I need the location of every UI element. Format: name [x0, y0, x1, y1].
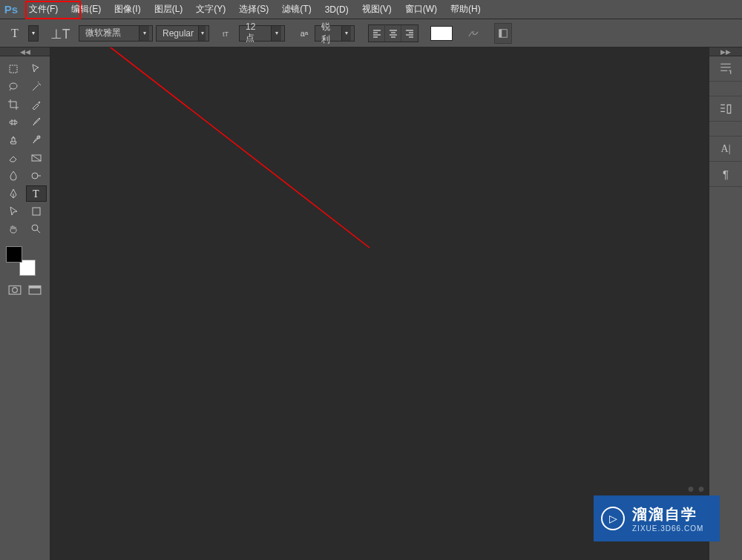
character-styles-panel-icon[interactable] — [709, 96, 742, 122]
magic-wand-tool[interactable] — [26, 79, 47, 95]
canvas-area[interactable] — [50, 47, 709, 560]
svg-point-13 — [32, 225, 38, 231]
toolbox-collapse-handle[interactable]: ◀◀ — [0, 47, 50, 56]
healing-brush-tool[interactable] — [3, 114, 24, 131]
menu-help[interactable]: 帮助(H) — [444, 0, 487, 19]
annotation-arrow — [50, 47, 718, 560]
shape-tool[interactable] — [26, 203, 47, 220]
quick-mask-button[interactable] — [6, 283, 24, 297]
font-family-dropdown[interactable]: 微软雅黑 ▾ — [79, 25, 153, 42]
svg-rect-4 — [499, 29, 502, 37]
right-panel-strip: ▶▶ A| ¶ — [709, 47, 742, 560]
watermark-url: ZIXUE.3D66.COM — [632, 524, 703, 533]
eraser-tool[interactable] — [3, 150, 24, 166]
svg-rect-5 — [10, 65, 17, 73]
menu-filter[interactable]: 滤镜(T) — [275, 0, 318, 19]
watermark-title: 溜溜自学 — [632, 504, 703, 524]
menu-3d[interactable]: 3D(D) — [318, 0, 355, 19]
history-brush-tool[interactable] — [26, 132, 47, 148]
paragraph-styles-panel-icon[interactable] — [709, 56, 742, 82]
text-align-group — [368, 24, 418, 42]
svg-rect-7 — [10, 121, 17, 124]
chevron-down-icon: ▾ — [271, 26, 281, 41]
crop-tool[interactable] — [3, 96, 24, 113]
menu-file[interactable]: 文件(F) — [22, 0, 65, 19]
type-tool[interactable]: T — [26, 185, 47, 202]
font-style-value: Regular — [162, 28, 194, 39]
orientation-toggle-icon[interactable]: ⊥T — [49, 23, 70, 44]
lasso-tool[interactable] — [3, 79, 24, 95]
options-bar: T ▾ ⊥T 微软雅黑 ▾ Regular ▾ tT 12 点 ▾ aa 锐利 … — [0, 19, 742, 47]
right-panel-collapse[interactable]: ▶▶ — [709, 47, 742, 56]
watermark-mascot-icon: ● ● — [687, 482, 705, 495]
clone-stamp-tool[interactable] — [3, 132, 24, 148]
hand-tool[interactable] — [3, 221, 24, 237]
character-panel-button[interactable] — [494, 23, 512, 44]
svg-rect-12 — [33, 208, 40, 215]
svg-rect-17 — [29, 286, 41, 288]
svg-text:⊥T: ⊥T — [50, 27, 70, 42]
toolbox-panel: ◀◀ T — [0, 47, 50, 560]
svg-text:tT: tT — [223, 30, 229, 38]
text-color-swatch[interactable] — [430, 26, 453, 41]
chevron-down-icon: ▾ — [198, 26, 206, 41]
path-selection-tool[interactable] — [3, 203, 24, 220]
chevron-down-icon: ▾ — [139, 26, 149, 41]
font-style-dropdown[interactable]: Regular ▾ — [156, 25, 209, 42]
tool-preset-dropdown[interactable]: ▾ — [28, 25, 39, 42]
blur-tool[interactable] — [3, 168, 24, 184]
svg-point-6 — [10, 83, 17, 89]
move-tool[interactable] — [3, 61, 24, 77]
font-size-dropdown[interactable]: 12 点 ▾ — [239, 25, 285, 42]
gradient-tool[interactable] — [26, 150, 47, 166]
menu-layer[interactable]: 图层(L) — [148, 0, 190, 19]
size-icon: tT — [221, 23, 236, 44]
play-icon: ▷ — [601, 507, 625, 530]
svg-text:T: T — [471, 30, 475, 36]
tool-preset-icon[interactable]: T — [4, 23, 25, 44]
menu-edit[interactable]: 编辑(E) — [65, 0, 108, 19]
app-logo[interactable]: Ps — [0, 0, 22, 19]
anti-alias-icon: aa — [297, 23, 312, 44]
anti-alias-dropdown[interactable]: 锐利 ▾ — [315, 25, 355, 42]
anti-alias-value: 锐利 — [321, 21, 337, 46]
svg-line-18 — [74, 47, 370, 248]
eyedropper-tool[interactable] — [26, 96, 47, 113]
menu-select[interactable]: 选择(S) — [232, 0, 275, 19]
watermark-badge: ▷ 溜溜自学 ZIXUE.3D66.COM — [594, 495, 720, 541]
font-size-value: 12 点 — [246, 22, 266, 45]
svg-text:T: T — [33, 188, 39, 200]
screen-mode-button[interactable] — [27, 283, 45, 297]
character-panel-icon[interactable]: A| — [709, 136, 742, 162]
menu-type[interactable]: 文字(Y) — [189, 0, 232, 19]
color-picker[interactable] — [6, 246, 36, 276]
pen-tool[interactable] — [3, 185, 24, 202]
menu-bar: Ps 文件(F) 编辑(E) 图像(I) 图层(L) 文字(Y) 选择(S) 滤… — [0, 0, 742, 19]
brush-tool[interactable] — [26, 114, 47, 131]
menu-image[interactable]: 图像(I) — [108, 0, 147, 19]
align-right-button[interactable] — [401, 25, 418, 42]
align-left-button[interactable] — [369, 25, 385, 42]
menu-view[interactable]: 视图(V) — [355, 0, 398, 19]
chevron-down-icon: ▾ — [341, 26, 351, 41]
dodge-tool[interactable] — [26, 168, 47, 184]
align-center-button[interactable] — [385, 25, 401, 42]
zoom-tool[interactable] — [26, 221, 47, 237]
foreground-color-swatch[interactable] — [6, 246, 22, 263]
menu-window[interactable]: 窗口(W) — [398, 0, 444, 19]
svg-point-15 — [12, 288, 17, 293]
workspace: ◀◀ T — [0, 47, 742, 560]
font-family-value: 微软雅黑 — [85, 27, 121, 39]
marquee-tool[interactable] — [26, 61, 47, 77]
warp-text-button[interactable]: T — [464, 23, 482, 44]
paragraph-panel-icon[interactable]: ¶ — [709, 162, 742, 187]
svg-point-10 — [32, 173, 38, 179]
